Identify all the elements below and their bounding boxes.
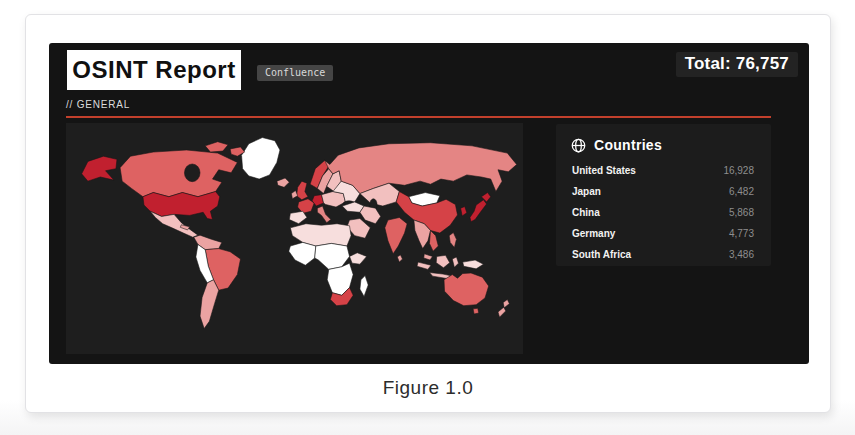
map-region-madagascar (360, 276, 368, 297)
map-region-ireland (291, 190, 297, 198)
map-region-russia (325, 143, 517, 194)
map-region-sri-lanka (397, 255, 402, 262)
map-region-sulawesi (452, 257, 458, 267)
map-region-north-africa (290, 224, 351, 246)
country-value: 16,928 (723, 165, 754, 176)
map-region-uk (297, 181, 308, 200)
country-name: United States (572, 165, 636, 176)
country-value: 4,773 (729, 228, 754, 239)
map-region-italy (317, 206, 330, 223)
total-label: Total: (685, 54, 731, 73)
figure-card: OSINT Report Confluence Total: 76,757 //… (25, 14, 831, 413)
country-row: China 5,868 (556, 202, 771, 223)
map-region-borneo (436, 255, 449, 267)
map-region-sumatra (417, 262, 431, 269)
map-region-alaska (82, 156, 117, 181)
globe-icon (571, 138, 586, 153)
map-region-korea (461, 207, 467, 216)
country-row: Japan 6,482 (556, 181, 771, 202)
country-row: South Africa 3,486 (556, 244, 771, 265)
map-region-hudson-bay (184, 164, 200, 182)
world-map-container (66, 123, 523, 354)
country-value: 3,486 (729, 249, 754, 260)
countries-panel: Countries United States 16,928 Japan 6,4… (556, 124, 771, 266)
map-region-spain (289, 211, 307, 223)
map-region-east-africa (350, 253, 367, 264)
country-name: South Africa (572, 249, 631, 260)
map-region-new-zealand (498, 299, 509, 317)
page-background: OSINT Report Confluence Total: 76,757 //… (0, 0, 855, 435)
country-name: China (572, 207, 600, 218)
map-region-iceland (277, 178, 289, 187)
country-name: Germany (572, 228, 615, 239)
country-value: 5,868 (729, 207, 754, 218)
total-value: 76,757 (736, 54, 789, 73)
section-label-general: // GENERAL (66, 99, 130, 110)
map-region-central-europe (321, 192, 345, 208)
country-row: Germany 4,773 (556, 223, 771, 244)
country-name: Japan (572, 186, 601, 197)
countries-panel-title: Countries (594, 137, 662, 153)
map-region-west-africa (289, 242, 316, 265)
accent-divider (66, 116, 771, 118)
map-region-papua (463, 260, 484, 269)
dashboard-panel: OSINT Report Confluence Total: 76,757 //… (49, 43, 809, 364)
map-region-australia (444, 273, 489, 306)
map-region-france (298, 199, 315, 214)
report-title-box: OSINT Report (67, 50, 241, 90)
world-choropleth-map (66, 123, 523, 354)
countries-panel-header: Countries (556, 124, 771, 160)
map-region-india (385, 217, 407, 253)
report-title: OSINT Report (72, 56, 235, 84)
map-region-philippines (449, 233, 456, 248)
figure-caption: Figure 1.0 (26, 377, 830, 399)
map-region-argentina (200, 280, 219, 329)
map-region-canada (120, 150, 237, 197)
map-region-malaysia (424, 254, 433, 260)
confluence-badge: Confluence (257, 65, 333, 81)
country-row: United States 16,928 (556, 160, 771, 181)
country-value: 6,482 (729, 186, 754, 197)
map-region-tasmania (473, 308, 479, 314)
map-region-vietnam (429, 230, 438, 251)
map-region-greenland (242, 138, 280, 180)
total-badge: Total: 76,757 (676, 52, 798, 77)
map-region-japan (470, 193, 491, 222)
